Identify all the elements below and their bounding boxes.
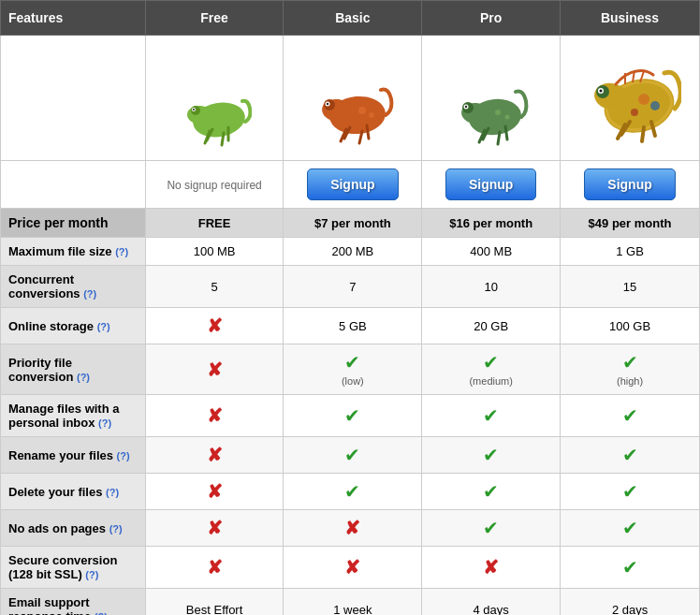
check-icon: ✔ xyxy=(483,352,499,373)
basic-priority-file-conversion: ✔(low) xyxy=(284,344,422,395)
header-business: Business xyxy=(561,1,700,36)
data-row-price: Price per month FREE $7 per month $16 pe… xyxy=(1,209,700,238)
cell-value: 7 xyxy=(349,280,356,294)
help-link-delete-files[interactable]: (?) xyxy=(106,487,119,498)
cross-icon: ✘ xyxy=(207,518,223,538)
cell-value: $49 per month xyxy=(589,216,672,230)
help-link-priority-file-conversion[interactable]: (?) xyxy=(77,372,90,383)
label-price: Price per month xyxy=(1,209,146,238)
svg-line-41 xyxy=(642,127,644,141)
help-link-secure-conversion[interactable]: (?) xyxy=(85,569,98,580)
pro-secure-conversion: ✘ xyxy=(422,547,561,589)
header-free: Free xyxy=(145,1,284,36)
signup-business-button[interactable]: Signup xyxy=(584,168,675,200)
cell-value: 10 xyxy=(484,280,497,294)
header-basic: Basic xyxy=(284,1,422,36)
svg-point-34 xyxy=(650,101,660,110)
cell-value: 15 xyxy=(623,280,636,294)
basic-rename-files: ✔ xyxy=(284,437,422,474)
pro-priority-file-conversion: ✔(medium) xyxy=(422,344,561,395)
basic-chameleon-icon xyxy=(311,64,395,148)
cross-icon: ✘ xyxy=(207,557,223,578)
image-row xyxy=(1,36,700,161)
data-row-delete-files: Delete your files (?) ✘ ✔ ✔ ✔ xyxy=(1,474,700,510)
business-no-ads: ✔ xyxy=(561,510,700,547)
image-business xyxy=(561,36,700,161)
cross-icon: ✘ xyxy=(207,405,223,426)
label-max-file-size: Maximum file size (?) xyxy=(1,238,146,266)
label-secure-conversion: Secure conversion (128 bit SSL) (?) xyxy=(1,547,146,589)
check-icon: ✔ xyxy=(344,405,360,426)
pro-email-support: 4 days xyxy=(422,589,561,616)
business-rename-files: ✔ xyxy=(561,437,700,474)
pro-online-storage: 20 GB xyxy=(422,308,561,344)
label-email-support: Email support response time (?) xyxy=(1,589,146,616)
basic-max-file-size: 200 MB xyxy=(284,238,422,266)
pro-concurrent-conversions: 10 xyxy=(422,266,561,308)
free-secure-conversion: ✘ xyxy=(145,547,284,589)
basic-concurrent-conversions: 7 xyxy=(284,266,422,308)
free-rename-files: ✘ xyxy=(145,437,284,474)
business-secure-conversion: ✔ xyxy=(561,547,700,589)
cell-value: 200 MB xyxy=(331,244,373,258)
signup-free-cell: No signup required xyxy=(145,161,284,209)
signup-basic-button[interactable]: Signup xyxy=(307,168,398,200)
comparison-table: Features Free Basic Pro Business xyxy=(0,0,700,615)
help-link-manage-files[interactable]: (?) xyxy=(98,417,111,429)
help-link-email-support[interactable]: (?) xyxy=(95,611,108,615)
business-max-file-size: 1 GB xyxy=(561,238,700,266)
cell-value: 5 GB xyxy=(339,319,367,333)
basic-price: $7 per month xyxy=(284,209,422,238)
cell-value: $7 per month xyxy=(314,216,391,230)
basic-no-ads: ✘ xyxy=(284,510,422,547)
cell-value: 1 week xyxy=(333,603,372,616)
basic-delete-files: ✔ xyxy=(284,474,422,510)
cell-value: 1 GB xyxy=(616,244,644,258)
svg-line-6 xyxy=(222,133,224,145)
svg-line-28 xyxy=(505,126,507,139)
free-chameleon-icon xyxy=(177,73,252,148)
check-icon: ✔ xyxy=(344,352,360,373)
pro-max-file-size: 400 MB xyxy=(422,238,561,266)
label-manage-files: Manage files with a personal inbox (?) xyxy=(1,395,146,437)
label-concurrent-conversions: Concurrent conversions (?) xyxy=(1,266,146,308)
signup-pro-button[interactable]: Signup xyxy=(445,168,536,200)
free-priority-file-conversion: ✘ xyxy=(145,344,284,395)
cross-icon: ✘ xyxy=(207,481,223,502)
basic-manage-files: ✔ xyxy=(284,395,422,437)
svg-line-17 xyxy=(367,125,369,139)
check-icon: ✔ xyxy=(622,518,638,538)
business-online-storage: 100 GB xyxy=(561,308,700,344)
data-row-no-ads: No ads on pages (?) ✘ ✘ ✔ ✔ xyxy=(1,510,700,547)
help-link-no-ads[interactable]: (?) xyxy=(109,523,123,534)
svg-point-18 xyxy=(358,107,366,114)
business-price: $49 per month xyxy=(561,209,700,238)
help-link-concurrent-conversions[interactable]: (?) xyxy=(83,288,96,300)
signup-row: No signup required Signup Signup Signup xyxy=(1,161,700,209)
svg-point-13 xyxy=(327,103,328,105)
pro-price: $16 per month xyxy=(422,209,561,238)
business-delete-files: ✔ xyxy=(561,474,700,510)
no-signup-text: No signup required xyxy=(167,179,261,192)
check-icon: ✔ xyxy=(622,445,638,465)
svg-point-33 xyxy=(638,94,649,105)
svg-point-29 xyxy=(495,110,501,115)
cell-value: 2 days xyxy=(612,603,648,616)
cell-value: 100 MB xyxy=(194,244,236,258)
cell-value: Best Effort xyxy=(186,603,242,616)
data-row-concurrent-conversions: Concurrent conversions (?) 5 7 10 15 xyxy=(1,266,700,308)
signup-pro-cell: Signup xyxy=(422,161,561,209)
help-link-rename-files[interactable]: (?) xyxy=(117,450,130,461)
priority-high: (high) xyxy=(617,375,643,387)
cross-icon: ✘ xyxy=(344,557,360,578)
pro-manage-files: ✔ xyxy=(422,395,561,437)
label-delete-files: Delete your files (?) xyxy=(1,474,146,510)
data-row-email-support: Email support response time (?) Best Eff… xyxy=(1,589,700,616)
help-link-max-file-size[interactable]: (?) xyxy=(115,246,128,257)
help-link-online-storage[interactable]: (?) xyxy=(97,321,110,332)
free-concurrent-conversions: 5 xyxy=(145,266,284,308)
business-concurrent-conversions: 15 xyxy=(561,266,700,308)
header-pro: Pro xyxy=(422,1,561,36)
svg-point-35 xyxy=(631,109,638,116)
data-row-priority-file-conversion: Priority file conversion (?) ✘ ✔(low) ✔(… xyxy=(1,344,700,395)
